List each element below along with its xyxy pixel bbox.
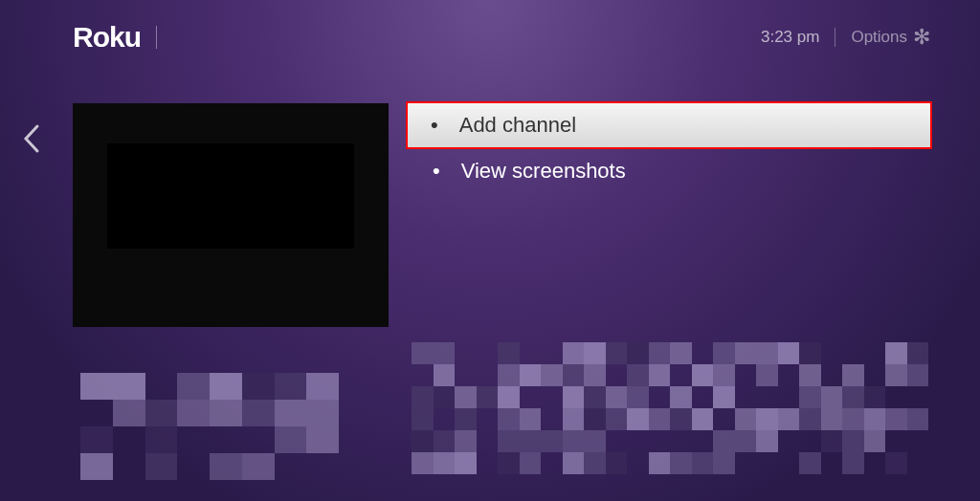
clock-time: 3:23 pm bbox=[761, 28, 819, 47]
action-menu: • Add channel • View screenshots bbox=[408, 103, 980, 327]
asterisk-icon: ✻ bbox=[913, 27, 930, 48]
options-label: Options bbox=[851, 28, 907, 47]
roku-logo: Roku bbox=[73, 21, 141, 54]
preview-inner-block bbox=[107, 143, 354, 249]
add-channel-button[interactable]: • Add channel bbox=[406, 101, 932, 149]
bullet-icon: • bbox=[431, 115, 438, 136]
bullet-icon: • bbox=[433, 161, 440, 182]
header-left: Roku bbox=[73, 21, 157, 54]
view-screenshots-button[interactable]: • View screenshots bbox=[408, 147, 930, 195]
channel-preview bbox=[73, 103, 389, 327]
content-area: • Add channel • View screenshots bbox=[0, 57, 980, 327]
back-button[interactable] bbox=[23, 120, 40, 161]
divider bbox=[156, 26, 157, 49]
divider bbox=[835, 28, 835, 47]
menu-item-label: Add channel bbox=[459, 113, 576, 138]
menu-item-label: View screenshots bbox=[461, 159, 626, 184]
header: Roku 3:23 pm Options ✻ bbox=[0, 0, 980, 57]
pixelated-region bbox=[80, 373, 339, 478]
chevron-left-icon bbox=[23, 123, 40, 154]
header-right: 3:23 pm Options ✻ bbox=[761, 27, 930, 48]
pixelated-region bbox=[412, 342, 928, 476]
options-button[interactable]: Options ✻ bbox=[851, 27, 930, 48]
